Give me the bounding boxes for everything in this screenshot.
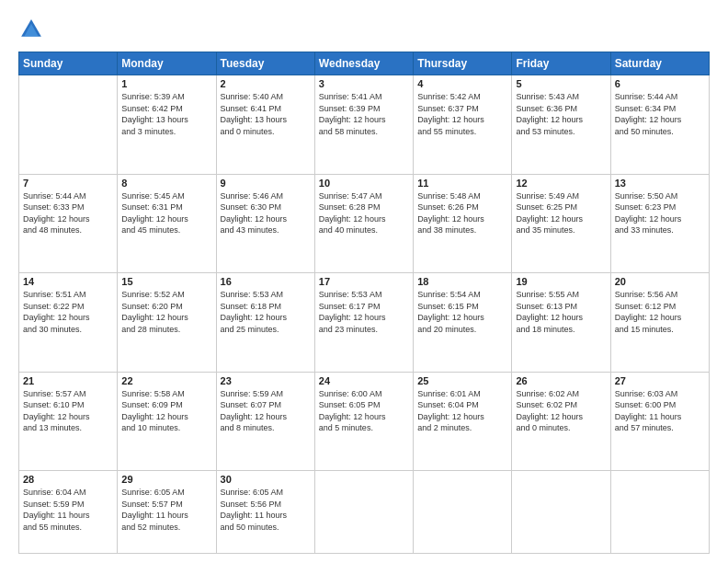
day-info: Sunrise: 5:49 AM Sunset: 6:25 PM Dayligh… bbox=[516, 190, 606, 236]
day-number: 8 bbox=[121, 178, 211, 189]
calendar-cell bbox=[314, 471, 413, 554]
calendar-cell: 23Sunrise: 5:59 AM Sunset: 6:07 PM Dayli… bbox=[216, 372, 314, 471]
calendar-cell bbox=[414, 471, 512, 554]
day-info: Sunrise: 6:05 AM Sunset: 5:57 PM Dayligh… bbox=[121, 487, 211, 533]
day-number: 17 bbox=[319, 276, 409, 287]
day-number: 30 bbox=[221, 474, 311, 485]
day-info: Sunrise: 6:05 AM Sunset: 5:56 PM Dayligh… bbox=[221, 487, 311, 533]
calendar-cell: 27Sunrise: 6:03 AM Sunset: 6:00 PM Dayli… bbox=[610, 372, 709, 471]
calendar-cell: 22Sunrise: 5:58 AM Sunset: 6:09 PM Dayli… bbox=[118, 372, 216, 471]
day-info: Sunrise: 5:52 AM Sunset: 6:20 PM Dayligh… bbox=[121, 289, 211, 335]
calendar-cell: 20Sunrise: 5:56 AM Sunset: 6:12 PM Dayli… bbox=[610, 273, 709, 373]
calendar-cell: 9Sunrise: 5:46 AM Sunset: 6:30 PM Daylig… bbox=[216, 174, 314, 273]
page: SundayMondayTuesdayWednesdayThursdayFrid… bbox=[0, 0, 728, 563]
calendar-cell: 11Sunrise: 5:48 AM Sunset: 6:26 PM Dayli… bbox=[414, 174, 512, 273]
day-info: Sunrise: 5:53 AM Sunset: 6:18 PM Dayligh… bbox=[221, 289, 311, 335]
calendar-cell: 4Sunrise: 5:42 AM Sunset: 6:37 PM Daylig… bbox=[414, 75, 512, 175]
day-of-week-header: Monday bbox=[118, 52, 216, 75]
day-number: 3 bbox=[319, 78, 409, 89]
calendar-table: SundayMondayTuesdayWednesdayThursdayFrid… bbox=[18, 52, 710, 554]
day-number: 26 bbox=[516, 375, 606, 386]
header bbox=[18, 17, 710, 42]
day-info: Sunrise: 6:03 AM Sunset: 6:00 PM Dayligh… bbox=[615, 388, 705, 434]
day-number: 15 bbox=[121, 276, 211, 287]
calendar-cell: 8Sunrise: 5:45 AM Sunset: 6:31 PM Daylig… bbox=[118, 174, 216, 273]
calendar-cell: 21Sunrise: 5:57 AM Sunset: 6:10 PM Dayli… bbox=[19, 372, 118, 471]
calendar-cell: 28Sunrise: 6:04 AM Sunset: 5:59 PM Dayli… bbox=[19, 471, 118, 554]
day-number: 11 bbox=[417, 178, 507, 189]
day-info: Sunrise: 5:45 AM Sunset: 6:31 PM Dayligh… bbox=[121, 190, 211, 236]
day-number: 18 bbox=[417, 276, 507, 287]
day-number: 29 bbox=[121, 474, 211, 485]
day-of-week-header: Wednesday bbox=[314, 52, 413, 75]
day-info: Sunrise: 5:51 AM Sunset: 6:22 PM Dayligh… bbox=[23, 289, 113, 335]
day-of-week-header: Saturday bbox=[610, 52, 709, 75]
calendar-week-row: 7Sunrise: 5:44 AM Sunset: 6:33 PM Daylig… bbox=[19, 174, 710, 273]
calendar-cell: 17Sunrise: 5:53 AM Sunset: 6:17 PM Dayli… bbox=[314, 273, 413, 373]
calendar-header-row: SundayMondayTuesdayWednesdayThursdayFrid… bbox=[19, 52, 710, 75]
logo-icon bbox=[18, 17, 44, 42]
day-number: 12 bbox=[516, 178, 606, 189]
calendar-cell: 6Sunrise: 5:44 AM Sunset: 6:34 PM Daylig… bbox=[610, 75, 709, 175]
calendar-cell bbox=[512, 471, 610, 554]
day-number: 27 bbox=[615, 375, 705, 386]
day-info: Sunrise: 5:59 AM Sunset: 6:07 PM Dayligh… bbox=[221, 388, 311, 434]
calendar-cell: 24Sunrise: 6:00 AM Sunset: 6:05 PM Dayli… bbox=[314, 372, 413, 471]
day-info: Sunrise: 6:01 AM Sunset: 6:04 PM Dayligh… bbox=[417, 388, 507, 434]
calendar-cell: 14Sunrise: 5:51 AM Sunset: 6:22 PM Dayli… bbox=[19, 273, 118, 373]
day-number: 6 bbox=[615, 78, 705, 89]
calendar-cell: 18Sunrise: 5:54 AM Sunset: 6:15 PM Dayli… bbox=[414, 273, 512, 373]
day-number: 23 bbox=[221, 375, 311, 386]
day-info: Sunrise: 5:44 AM Sunset: 6:33 PM Dayligh… bbox=[23, 190, 113, 236]
day-number: 4 bbox=[417, 78, 507, 89]
day-number: 25 bbox=[417, 375, 507, 386]
calendar-cell: 13Sunrise: 5:50 AM Sunset: 6:23 PM Dayli… bbox=[610, 174, 709, 273]
day-of-week-header: Friday bbox=[512, 52, 610, 75]
calendar-cell: 1Sunrise: 5:39 AM Sunset: 6:42 PM Daylig… bbox=[118, 75, 216, 175]
calendar-cell: 7Sunrise: 5:44 AM Sunset: 6:33 PM Daylig… bbox=[19, 174, 118, 273]
day-info: Sunrise: 5:41 AM Sunset: 6:39 PM Dayligh… bbox=[319, 91, 409, 137]
calendar-week-row: 28Sunrise: 6:04 AM Sunset: 5:59 PM Dayli… bbox=[19, 471, 710, 554]
day-info: Sunrise: 5:40 AM Sunset: 6:41 PM Dayligh… bbox=[221, 91, 311, 137]
day-number: 10 bbox=[319, 178, 409, 189]
day-number: 22 bbox=[121, 375, 211, 386]
day-number: 5 bbox=[516, 78, 606, 89]
calendar-cell: 26Sunrise: 6:02 AM Sunset: 6:02 PM Dayli… bbox=[512, 372, 610, 471]
day-of-week-header: Thursday bbox=[414, 52, 512, 75]
calendar-cell: 29Sunrise: 6:05 AM Sunset: 5:57 PM Dayli… bbox=[118, 471, 216, 554]
calendar-cell: 10Sunrise: 5:47 AM Sunset: 6:28 PM Dayli… bbox=[314, 174, 413, 273]
day-number: 2 bbox=[221, 78, 311, 89]
calendar-week-row: 14Sunrise: 5:51 AM Sunset: 6:22 PM Dayli… bbox=[19, 273, 710, 373]
calendar-cell bbox=[610, 471, 709, 554]
calendar-week-row: 1Sunrise: 5:39 AM Sunset: 6:42 PM Daylig… bbox=[19, 75, 710, 175]
day-info: Sunrise: 5:50 AM Sunset: 6:23 PM Dayligh… bbox=[615, 190, 705, 236]
day-info: Sunrise: 5:48 AM Sunset: 6:26 PM Dayligh… bbox=[417, 190, 507, 236]
day-info: Sunrise: 5:54 AM Sunset: 6:15 PM Dayligh… bbox=[417, 289, 507, 335]
day-of-week-header: Sunday bbox=[19, 52, 118, 75]
day-number: 16 bbox=[221, 276, 311, 287]
logo bbox=[18, 17, 48, 42]
day-info: Sunrise: 6:04 AM Sunset: 5:59 PM Dayligh… bbox=[23, 487, 113, 533]
calendar-cell: 2Sunrise: 5:40 AM Sunset: 6:41 PM Daylig… bbox=[216, 75, 314, 175]
day-of-week-header: Tuesday bbox=[216, 52, 314, 75]
calendar-cell: 30Sunrise: 6:05 AM Sunset: 5:56 PM Dayli… bbox=[216, 471, 314, 554]
calendar-cell: 16Sunrise: 5:53 AM Sunset: 6:18 PM Dayli… bbox=[216, 273, 314, 373]
calendar-cell: 5Sunrise: 5:43 AM Sunset: 6:36 PM Daylig… bbox=[512, 75, 610, 175]
day-number: 9 bbox=[221, 178, 311, 189]
day-info: Sunrise: 5:55 AM Sunset: 6:13 PM Dayligh… bbox=[516, 289, 606, 335]
day-number: 20 bbox=[615, 276, 705, 287]
day-number: 1 bbox=[121, 78, 211, 89]
day-info: Sunrise: 5:57 AM Sunset: 6:10 PM Dayligh… bbox=[23, 388, 113, 434]
day-number: 24 bbox=[319, 375, 409, 386]
day-info: Sunrise: 5:43 AM Sunset: 6:36 PM Dayligh… bbox=[516, 91, 606, 137]
calendar-cell bbox=[19, 75, 118, 175]
day-info: Sunrise: 5:47 AM Sunset: 6:28 PM Dayligh… bbox=[319, 190, 409, 236]
day-number: 7 bbox=[23, 178, 113, 189]
day-info: Sunrise: 6:02 AM Sunset: 6:02 PM Dayligh… bbox=[516, 388, 606, 434]
day-number: 14 bbox=[23, 276, 113, 287]
day-info: Sunrise: 5:56 AM Sunset: 6:12 PM Dayligh… bbox=[615, 289, 705, 335]
calendar-cell: 15Sunrise: 5:52 AM Sunset: 6:20 PM Dayli… bbox=[118, 273, 216, 373]
day-info: Sunrise: 5:58 AM Sunset: 6:09 PM Dayligh… bbox=[121, 388, 211, 434]
calendar-cell: 3Sunrise: 5:41 AM Sunset: 6:39 PM Daylig… bbox=[314, 75, 413, 175]
calendar-week-row: 21Sunrise: 5:57 AM Sunset: 6:10 PM Dayli… bbox=[19, 372, 710, 471]
